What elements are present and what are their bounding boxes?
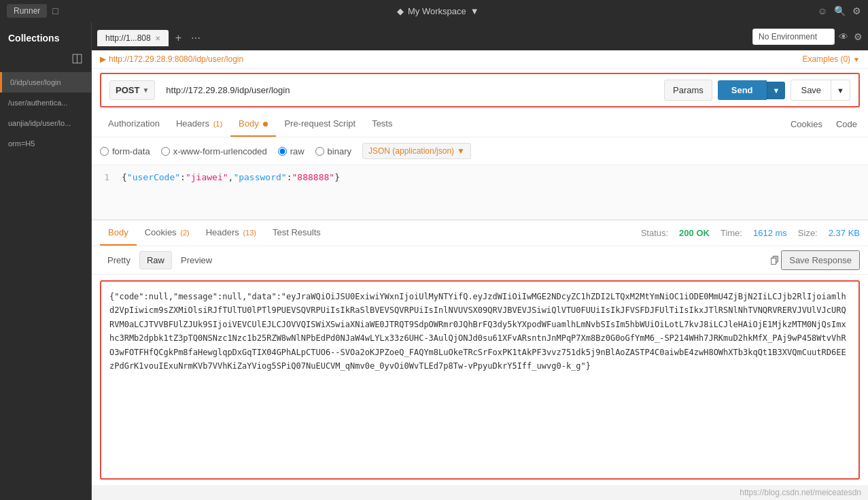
raw-radio[interactable] [278,147,287,156]
method-label: POST [116,85,139,95]
settings-icon[interactable]: ⚙ [852,5,861,16]
content-area: http://1...808 ✕ + ⋯ No Environment 👁 ⚙ … [92,22,868,500]
environment-select[interactable]: No Environment [752,29,835,45]
status-value: 200 OK [679,228,710,238]
urlencoded-radio[interactable] [161,147,170,156]
response-area: Body Cookies (2) Headers (13) Test Resul… [92,220,868,500]
pretty-view-btn[interactable]: Pretty [100,251,138,269]
runner-button[interactable]: Runner [7,4,47,18]
req-tab-list: Authorization Headers (1) Body Pre-reque… [100,112,400,137]
topbar-right: ☺ 🔍 ⚙ [818,5,861,16]
code-editor: 1 {"userCode":"jiawei","password":"88888… [92,165,868,220]
tab-pre-request[interactable]: Pre-request Script [276,112,364,137]
sidebar-item-user-login[interactable]: uanjia/idp/user/lo... [0,113,91,133]
topbar-left: Runner □ [7,4,58,18]
save-btn-group: Save ▼ [791,80,850,101]
sidebar-add-area: ◫ [8,50,83,65]
line-numbers: 1 [92,171,116,214]
response-content: {"code":null,"message":null,"data":"eyJr… [100,280,860,480]
json-type-dropdown: ▼ [457,146,465,156]
response-tabs: Body Cookies (2) Headers (13) Test Resul… [92,220,868,246]
sidebar-item-form[interactable]: orm=H5 [0,133,91,154]
search-icon[interactable]: 🔍 [834,5,846,16]
request-tab-active[interactable]: http://1...808 ✕ [97,30,169,46]
response-status: Status: 200 OK Time: 1612 ms Size: 2.37 … [641,228,860,238]
app-title: ◆ My Workspace ▼ [397,6,479,16]
send-dropdown-arrow[interactable]: ▼ [767,82,786,99]
method-select[interactable]: POST ▼ [109,80,155,100]
raw-option[interactable]: raw [278,146,305,156]
size-value: 2.37 KB [829,228,860,238]
env-icons: 👁 ⚙ [839,31,863,42]
params-button[interactable]: Params [664,80,712,101]
binary-radio[interactable] [315,147,324,156]
save-response-btn[interactable]: Save Response [781,250,860,270]
topbar: Runner □ ◆ My Workspace ▼ ☺ 🔍 ⚙ [0,0,868,22]
save-button[interactable]: Save [791,80,831,101]
url-bar: POST ▼ Params Send ▼ Save ▼ [100,73,860,107]
breadcrumb-arrow: ▶ [100,54,106,64]
response-view-options: Pretty Raw Preview 🗍 Save Response [92,246,868,275]
urlencoded-option[interactable]: x-www-form-urlencoded [161,146,267,156]
watermark: https://blog.csdn.net/meiceatesdn [92,485,868,500]
user-icon[interactable]: ☺ [818,5,827,16]
main-layout: Collections ◫ 0/idp/user/login /user/aut… [0,22,868,500]
method-dropdown-arrow: ▼ [142,86,149,94]
binary-option[interactable]: binary [315,146,351,156]
req-tab-right: Cookies Code [788,112,860,136]
request-tabs: Authorization Headers (1) Body Pre-reque… [92,112,868,137]
examples-dropdown[interactable]: ▼ [853,56,860,63]
examples-link[interactable]: Examples (0) [802,54,850,64]
tab-body[interactable]: Body [230,112,276,137]
url-input[interactable] [160,81,659,99]
eye-icon[interactable]: 👁 [839,31,848,42]
cookies-link[interactable]: Cookies [788,112,825,136]
env-select-area: No Environment 👁 ⚙ [752,29,863,45]
tab-headers[interactable]: Headers (1) [168,112,230,137]
workspace-icon: ◆ [397,6,404,16]
code-line-1: {"userCode":"jiawei","password":"888888"… [122,171,863,185]
tab-bar: http://1...808 ✕ + ⋯ No Environment 👁 ⚙ [92,22,868,50]
request-area: ▶ http://172.29.28.9:8080/idp/user/login… [92,50,868,220]
resp-tab-headers[interactable]: Headers (13) [198,220,264,246]
time-value: 1612 ms [753,228,787,238]
code-content[interactable]: {"userCode":"jiawei","password":"888888"… [116,171,868,214]
code-link[interactable]: Code [833,112,860,136]
resp-tab-test-results[interactable]: Test Results [264,220,329,246]
raw-view-btn[interactable]: Raw [139,251,172,269]
gear-icon[interactable]: ⚙ [854,31,863,42]
sidebar-item-authenticate[interactable]: /user/authentica... [0,93,91,113]
resp-tab-body[interactable]: Body [100,220,137,246]
preview-view-btn[interactable]: Preview [173,251,220,269]
form-data-option[interactable]: form-data [100,146,150,156]
body-options: form-data x-www-form-urlencoded raw bina… [92,137,868,165]
tab-tests[interactable]: Tests [364,112,400,137]
breadcrumb[interactable]: ▶ http://172.29.28.9:8080/idp/user/login… [92,50,868,69]
sidebar-title: Collections [0,22,91,50]
new-tab-icon[interactable]: □ [52,5,58,16]
add-tab-icon[interactable]: + [171,32,186,44]
sidebar-item-login[interactable]: 0/idp/user/login [0,72,91,93]
tab-close-icon[interactable]: ✕ [155,35,160,42]
dropdown-arrow: ▼ [470,6,479,16]
resp-tab-cookies[interactable]: Cookies (2) [137,220,198,246]
form-data-radio[interactable] [100,147,109,156]
more-tabs-icon[interactable]: ⋯ [188,33,203,44]
add-collection-icon[interactable]: ◫ [71,50,83,65]
sidebar-items: 0/idp/user/login /user/authentica... uan… [0,72,91,500]
send-button[interactable]: Send [718,80,767,100]
tab-authorization[interactable]: Authorization [100,112,168,137]
send-btn-group: Send ▼ [718,80,786,100]
copy-response-icon[interactable]: 🗍 [770,255,780,266]
json-type-select[interactable]: JSON (application/json) ▼ [362,143,471,159]
response-body-text: {"code":null,"message":null,"data":"eyJr… [109,292,846,371]
sidebar: Collections ◫ 0/idp/user/login /user/aut… [0,22,92,500]
save-dropdown-arrow[interactable]: ▼ [831,80,850,101]
breadcrumb-text: http://172.29.28.9:8080/idp/user/login [109,54,243,64]
body-dot [263,122,268,127]
